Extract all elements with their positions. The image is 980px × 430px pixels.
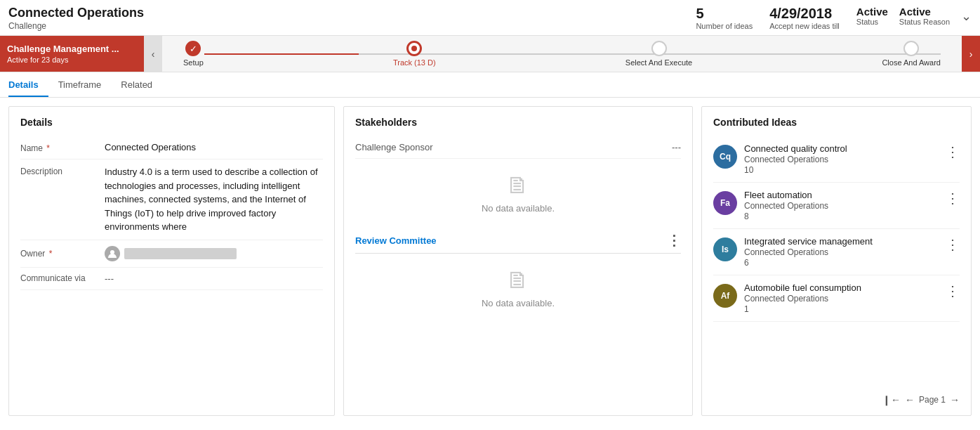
stage-label-setup: Setup [183,58,204,67]
idea-item-0: Cq Connected quality control Connected O… [713,136,960,183]
field-required-owner: * [49,249,53,259]
idea-sub-1: Connected Operations [744,201,946,211]
stage-circle-close [903,41,919,56]
stage-items: ✓ Setup Track (13 D) Select And Execute … [183,41,941,67]
metric-date: 4/29/2018 Accept new ideas till [769,6,840,30]
challenge-badge-title: Challenge Management ... [7,44,137,54]
stage-circle-track [406,41,422,56]
stakeholders-no-data-bottom: 🗎 No data available. [355,254,681,321]
sponsor-row: Challenge Sponsor --- [355,136,681,159]
main-content: Details Name * Connected Operations Desc… [0,98,980,424]
stakeholders-panel: Stakeholders Challenge Sponsor --- 🗎 No … [343,106,693,416]
stage-label-select: Select And Execute [625,58,692,67]
pagination-prev-icon[interactable]: ← [905,394,915,405]
metric-ideas-label: Number of ideas [696,22,753,30]
page-subtitle: Challenge [8,21,144,31]
field-row-name: Name * Connected Operations [20,136,323,159]
field-value-communicate: --- [105,273,323,284]
idea-title-2: Integrated service management [744,236,946,247]
stage-circle-setup: ✓ [185,41,201,56]
field-label-description: Description [20,165,105,176]
review-committee-section[interactable]: Review Committee ⋮ [355,226,681,254]
idea-menu-1[interactable]: ⋮ [946,190,960,207]
status-reason-label: Status Reason [899,18,950,26]
tabs-bar: Details Timeframe Related [0,72,980,98]
idea-sub-3: Connected Operations [744,294,946,304]
stage-item-setup: ✓ Setup [183,41,204,67]
idea-title-1: Fleet automation [744,190,946,200]
idea-item-3: Af Automobile fuel consumption Connected… [713,275,960,322]
field-row-description: Description Industry 4.0 is a term used … [20,159,323,240]
sponsor-label: Challenge Sponsor [355,142,433,152]
challenge-badge[interactable]: Challenge Management ... Active for 23 d… [0,36,144,72]
field-row-communicate: Communicate via --- [20,268,323,290]
idea-title-3: Automobile fuel consumption [744,282,946,293]
tab-timeframe[interactable]: Timeframe [58,72,112,97]
tab-details[interactable]: Details [8,72,48,97]
ideas-panel-title: Contributed Ideas [713,117,797,128]
status-group: Active Status Active Status Reason ⌄ [856,6,972,26]
field-value-description: Industry 4.0 is a term used to describe … [105,165,323,234]
metric-ideas-value: 5 [696,6,703,22]
idea-count-2: 6 [744,258,946,268]
stage-label-track: Track (13 D) [393,58,436,67]
idea-menu-2[interactable]: ⋮ [946,236,960,253]
idea-content-0: Connected quality control Connected Oper… [744,143,946,175]
idea-count-0: 10 [744,165,946,175]
header-chevron-icon[interactable]: ⌄ [961,8,972,24]
details-panel: Details Name * Connected Operations Desc… [8,106,335,416]
status-value: Active [856,6,888,18]
idea-content-3: Automobile fuel consumption Connected Op… [744,282,946,314]
review-committee-label: Review Committee [355,235,437,246]
metric-date-label: Accept new ideas till [769,22,840,30]
idea-title-0: Connected quality control [744,143,946,154]
field-value-owner [105,246,323,261]
idea-avatar-3: Af [713,284,737,308]
pagination-first-icon[interactable]: ❙← [882,394,901,405]
page-title: Connected Operations [8,6,144,20]
header-left: Connected Operations Challenge [8,6,144,31]
idea-avatar-2: Is [713,237,737,261]
idea-count-3: 1 [744,304,946,314]
idea-menu-3[interactable]: ⋮ [946,282,960,299]
stage-row: Challenge Management ... Active for 23 d… [0,36,980,72]
metric-ideas: 5 Number of ideas [696,6,753,30]
status-label: Status [856,18,888,26]
tab-related[interactable]: Related [121,72,162,97]
stage-item-close: Close And Award [882,41,941,67]
owner-name-blurred [124,248,237,259]
idea-sub-2: Connected Operations [744,247,946,257]
field-label-communicate: Communicate via [20,273,105,283]
review-committee-menu[interactable]: ⋮ [667,232,681,249]
no-data-icon-bottom: 🗎 [506,266,530,294]
ideas-panel: Contributed Ideas Cq Connected quality c… [701,106,972,416]
idea-avatar-1: Fa [713,191,737,215]
stage-prev-button[interactable]: ‹ [144,36,162,72]
status-reason-value: Active [899,6,950,18]
idea-content-2: Integrated service management Connected … [744,236,946,268]
ideas-pagination: ❙← ← Page 1 → [713,387,960,405]
metric-date-value: 4/29/2018 [769,6,832,22]
idea-menu-0[interactable]: ⋮ [946,143,960,160]
status-reason-field: Active Status Reason [899,6,950,26]
stage-next-button[interactable]: › [962,36,980,72]
no-data-label-top: No data available. [482,203,555,214]
header-right: 5 Number of ideas 4/29/2018 Accept new i… [696,6,972,30]
stakeholders-no-data-top: 🗎 No data available. [355,159,681,226]
no-data-icon-top: 🗎 [506,171,530,199]
header: Connected Operations Challenge 5 Number … [0,0,980,36]
field-label-name: Name * [20,142,105,153]
status-field: Active Status [856,6,888,26]
stage-track: ✓ Setup Track (13 D) Select And Execute … [162,36,962,72]
stage-label-close: Close And Award [882,58,941,67]
pagination-next-icon[interactable]: → [950,394,960,405]
field-label-owner: Owner * [20,249,105,259]
sponsor-value: --- [672,142,681,152]
idea-avatar-0: Cq [713,145,737,169]
idea-item-1: Fa Fleet automation Connected Operations… [713,183,960,229]
stage-circle-select [651,41,667,56]
idea-item-2: Is Integrated service management Connect… [713,229,960,275]
challenge-badge-subtitle: Active for 23 days [7,56,137,64]
no-data-label-bottom: No data available. [482,298,555,308]
field-required-name: * [46,143,50,153]
